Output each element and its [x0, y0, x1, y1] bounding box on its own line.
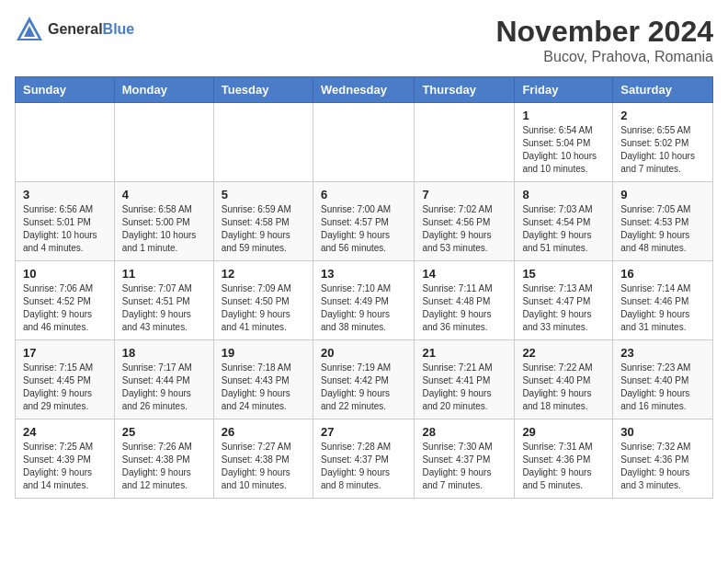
day-number: 22 — [522, 346, 605, 360]
header-cell-tuesday: Tuesday — [213, 77, 313, 103]
day-cell: 7Sunrise: 7:02 AMSunset: 4:56 PMDaylight… — [415, 182, 515, 261]
day-number: 24 — [23, 425, 107, 439]
day-info: Sunrise: 7:32 AMSunset: 4:36 PMDaylight:… — [620, 441, 705, 492]
month-title: November 2024 — [495, 15, 713, 49]
header-cell-friday: Friday — [515, 77, 613, 103]
day-number: 17 — [23, 346, 107, 360]
week-row-5: 24Sunrise: 7:25 AMSunset: 4:39 PMDayligh… — [16, 419, 713, 499]
day-cell: 10Sunrise: 7:06 AMSunset: 4:52 PMDayligh… — [16, 261, 115, 340]
day-cell: 17Sunrise: 7:15 AMSunset: 4:45 PMDayligh… — [16, 340, 115, 419]
day-cell: 6Sunrise: 7:00 AMSunset: 4:57 PMDaylight… — [313, 182, 414, 261]
day-cell: 19Sunrise: 7:18 AMSunset: 4:43 PMDayligh… — [213, 340, 313, 419]
day-info: Sunrise: 7:18 AMSunset: 4:43 PMDaylight:… — [222, 362, 305, 413]
header-row: SundayMondayTuesdayWednesdayThursdayFrid… — [16, 77, 713, 103]
day-number: 2 — [620, 109, 705, 122]
day-cell: 25Sunrise: 7:26 AMSunset: 4:38 PMDayligh… — [114, 419, 213, 499]
day-cell: 24Sunrise: 7:25 AMSunset: 4:39 PMDayligh… — [16, 419, 115, 499]
logo-text-general: General — [48, 21, 103, 37]
day-number: 23 — [620, 346, 705, 360]
day-info: Sunrise: 7:25 AMSunset: 4:39 PMDaylight:… — [23, 441, 107, 492]
day-cell: 5Sunrise: 6:59 AMSunset: 4:58 PMDaylight… — [213, 182, 313, 261]
calendar-table: SundayMondayTuesdayWednesdayThursdayFrid… — [15, 76, 713, 499]
day-cell: 11Sunrise: 7:07 AMSunset: 4:51 PMDayligh… — [114, 261, 213, 340]
day-cell: 15Sunrise: 7:13 AMSunset: 4:47 PMDayligh… — [515, 261, 613, 340]
day-info: Sunrise: 7:23 AMSunset: 4:40 PMDaylight:… — [620, 362, 705, 413]
day-number: 6 — [321, 188, 406, 201]
day-cell: 9Sunrise: 7:05 AMSunset: 4:53 PMDaylight… — [613, 182, 713, 261]
day-cell: 27Sunrise: 7:28 AMSunset: 4:37 PMDayligh… — [313, 419, 414, 499]
day-info: Sunrise: 6:58 AMSunset: 5:00 PMDaylight:… — [122, 203, 206, 255]
day-cell — [415, 103, 515, 182]
logo: GeneralBlue — [15, 15, 134, 44]
day-cell: 16Sunrise: 7:14 AMSunset: 4:46 PMDayligh… — [613, 261, 713, 340]
header-cell-saturday: Saturday — [613, 77, 713, 103]
day-number: 3 — [23, 188, 107, 201]
day-number: 12 — [222, 267, 305, 281]
logo-text-blue: Blue — [103, 21, 135, 37]
day-info: Sunrise: 7:07 AMSunset: 4:51 PMDaylight:… — [122, 282, 206, 334]
day-info: Sunrise: 7:14 AMSunset: 4:46 PMDaylight:… — [620, 282, 705, 334]
day-info: Sunrise: 7:03 AMSunset: 4:54 PMDaylight:… — [522, 203, 605, 255]
day-cell: 4Sunrise: 6:58 AMSunset: 5:00 PMDaylight… — [114, 182, 213, 261]
day-number: 16 — [620, 267, 705, 281]
day-cell: 18Sunrise: 7:17 AMSunset: 4:44 PMDayligh… — [114, 340, 213, 419]
day-info: Sunrise: 7:15 AMSunset: 4:45 PMDaylight:… — [23, 362, 107, 413]
day-info: Sunrise: 7:21 AMSunset: 4:41 PMDaylight:… — [422, 362, 506, 413]
day-info: Sunrise: 7:09 AMSunset: 4:50 PMDaylight:… — [222, 282, 305, 334]
day-number: 20 — [321, 346, 406, 360]
day-number: 29 — [522, 425, 605, 439]
header: GeneralBlue November 2024 Bucov, Prahova… — [15, 15, 713, 65]
day-cell — [213, 103, 313, 182]
day-number: 27 — [321, 425, 406, 439]
day-cell: 26Sunrise: 7:27 AMSunset: 4:38 PMDayligh… — [213, 419, 313, 499]
header-cell-wednesday: Wednesday — [313, 77, 414, 103]
day-info: Sunrise: 7:00 AMSunset: 4:57 PMDaylight:… — [321, 203, 406, 255]
day-number: 9 — [620, 188, 705, 201]
day-info: Sunrise: 6:59 AMSunset: 4:58 PMDaylight:… — [222, 203, 305, 255]
day-cell: 30Sunrise: 7:32 AMSunset: 4:36 PMDayligh… — [613, 419, 713, 499]
day-cell: 22Sunrise: 7:22 AMSunset: 4:40 PMDayligh… — [515, 340, 613, 419]
week-row-1: 1Sunrise: 6:54 AMSunset: 5:04 PMDaylight… — [16, 103, 713, 182]
day-cell: 13Sunrise: 7:10 AMSunset: 4:49 PMDayligh… — [313, 261, 414, 340]
day-info: Sunrise: 7:19 AMSunset: 4:42 PMDaylight:… — [321, 362, 406, 413]
location-title: Bucov, Prahova, Romania — [495, 49, 713, 65]
day-number: 8 — [522, 188, 605, 201]
day-cell: 14Sunrise: 7:11 AMSunset: 4:48 PMDayligh… — [415, 261, 515, 340]
header-cell-monday: Monday — [114, 77, 213, 103]
day-cell — [16, 103, 115, 182]
day-number: 25 — [122, 425, 206, 439]
day-number: 19 — [222, 346, 305, 360]
day-number: 14 — [422, 267, 506, 281]
day-info: Sunrise: 6:54 AMSunset: 5:04 PMDaylight:… — [522, 124, 605, 176]
week-row-4: 17Sunrise: 7:15 AMSunset: 4:45 PMDayligh… — [16, 340, 713, 419]
day-info: Sunrise: 7:31 AMSunset: 4:36 PMDaylight:… — [522, 441, 605, 492]
day-info: Sunrise: 7:05 AMSunset: 4:53 PMDaylight:… — [620, 203, 705, 255]
day-cell: 8Sunrise: 7:03 AMSunset: 4:54 PMDaylight… — [515, 182, 613, 261]
day-number: 4 — [122, 188, 206, 201]
day-number: 21 — [422, 346, 506, 360]
day-cell: 21Sunrise: 7:21 AMSunset: 4:41 PMDayligh… — [415, 340, 515, 419]
day-info: Sunrise: 6:55 AMSunset: 5:02 PMDaylight:… — [620, 124, 705, 176]
day-number: 15 — [522, 267, 605, 281]
header-cell-sunday: Sunday — [16, 77, 115, 103]
day-number: 18 — [122, 346, 206, 360]
day-number: 11 — [122, 267, 206, 281]
day-cell — [114, 103, 213, 182]
day-info: Sunrise: 7:17 AMSunset: 4:44 PMDaylight:… — [122, 362, 206, 413]
day-info: Sunrise: 7:13 AMSunset: 4:47 PMDaylight:… — [522, 282, 605, 334]
day-cell: 28Sunrise: 7:30 AMSunset: 4:37 PMDayligh… — [415, 419, 515, 499]
day-cell: 23Sunrise: 7:23 AMSunset: 4:40 PMDayligh… — [613, 340, 713, 419]
day-info: Sunrise: 7:10 AMSunset: 4:49 PMDaylight:… — [321, 282, 406, 334]
day-number: 13 — [321, 267, 406, 281]
day-info: Sunrise: 7:27 AMSunset: 4:38 PMDaylight:… — [222, 441, 305, 492]
day-cell: 2Sunrise: 6:55 AMSunset: 5:02 PMDaylight… — [613, 103, 713, 182]
day-info: Sunrise: 7:06 AMSunset: 4:52 PMDaylight:… — [23, 282, 107, 334]
day-info: Sunrise: 7:28 AMSunset: 4:37 PMDaylight:… — [321, 441, 406, 492]
day-info: Sunrise: 6:56 AMSunset: 5:01 PMDaylight:… — [23, 203, 107, 255]
day-cell: 1Sunrise: 6:54 AMSunset: 5:04 PMDaylight… — [515, 103, 613, 182]
day-cell: 20Sunrise: 7:19 AMSunset: 4:42 PMDayligh… — [313, 340, 414, 419]
day-cell: 12Sunrise: 7:09 AMSunset: 4:50 PMDayligh… — [213, 261, 313, 340]
day-info: Sunrise: 7:22 AMSunset: 4:40 PMDaylight:… — [522, 362, 605, 413]
week-row-3: 10Sunrise: 7:06 AMSunset: 4:52 PMDayligh… — [16, 261, 713, 340]
day-number: 5 — [222, 188, 305, 201]
